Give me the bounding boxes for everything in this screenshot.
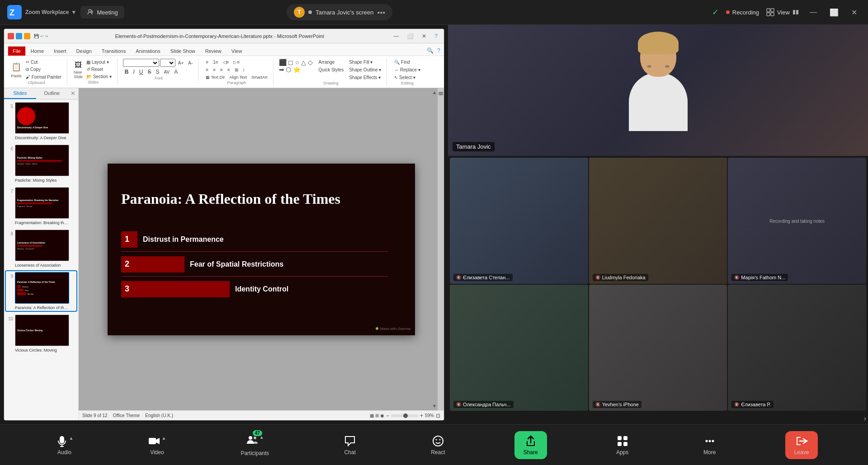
ribbon-tab-slideshow[interactable]: Slide Show [165, 46, 200, 56]
leave-button[interactable]: Leave [785, 431, 818, 459]
video-cell-4: 🔇 Олександра Пальч... [450, 285, 588, 411]
react-button[interactable]: React [425, 431, 450, 459]
vertical-scrollbar[interactable] [438, 88, 444, 410]
audio-arrow[interactable]: ▲ [69, 436, 74, 441]
quick-styles-button[interactable]: Quick Styles [317, 66, 346, 73]
shape-fill-button[interactable]: Shape Fill ▾ [347, 59, 383, 66]
font-family-select[interactable] [123, 59, 159, 67]
chat-button[interactable]: Chat [338, 431, 362, 459]
ribbon-tab-home[interactable]: Home [26, 46, 49, 56]
section-button[interactable]: 📂 Section ▾ [85, 73, 113, 80]
line-spacing-button[interactable]: ↕ [241, 66, 247, 73]
shadow-button[interactable]: S [154, 68, 161, 76]
slide-info: Slide 9 of 12 [82, 413, 108, 418]
find-button[interactable]: 🔍 Find [392, 59, 422, 66]
copy-button[interactable]: ⧉ Copy [24, 66, 63, 73]
slide-num-bar-2: 2 [121, 256, 184, 272]
zoom-slider[interactable] [391, 414, 418, 417]
thumb-bar-7 [17, 202, 52, 204]
ppt-minimize-button[interactable]: — [391, 32, 401, 40]
reset-button[interactable]: ↺ Reset [85, 66, 113, 73]
zoom-thumb[interactable] [403, 413, 408, 418]
ribbon-tab-animations[interactable]: Animations [131, 46, 165, 56]
options-icon[interactable]: ●●● [377, 10, 385, 15]
slide-thumb-8[interactable]: 8 Looseness of Association Random · Conn… [6, 229, 76, 268]
underline-button[interactable]: U [137, 68, 145, 76]
zoom-out-button[interactable]: − [386, 413, 389, 419]
ppt-help-button[interactable]: ? [432, 32, 440, 40]
zoom-logo: Z Zoom Workplace ▾ [7, 5, 75, 19]
slides-tab[interactable]: Slides [4, 88, 36, 99]
audio-button[interactable]: ▲ Audio [50, 431, 79, 459]
fit-button[interactable]: ⊡ [436, 413, 440, 419]
shape-effects-button[interactable]: Shape Effects ▾ [347, 74, 383, 81]
char-spacing-button[interactable]: AV [162, 68, 172, 76]
layout-button[interactable]: ▦ Layout ▾ [85, 59, 113, 66]
meeting-button[interactable]: Meeting [80, 6, 124, 19]
font-shrink-button[interactable]: A- [186, 60, 194, 66]
text-direction-button[interactable]: ▦ Text Dir [204, 74, 226, 80]
thumb-title-8: Looseness of Association [17, 241, 45, 244]
divider-1 [121, 251, 388, 252]
increase-indent-button[interactable]: ▷≡ [231, 59, 241, 66]
slide-thumb-7[interactable]: 7 Fragmentation: Breaking the Narrative … [6, 186, 76, 226]
scroll-up-button[interactable]: ▲ [432, 90, 437, 95]
slide-watermark: Made with Gamma [376, 327, 410, 331]
vcell-mic-icon-5: 🔇 [595, 402, 600, 407]
select-button[interactable]: ↖ Select ▾ [392, 74, 422, 81]
font-color-button[interactable]: A [172, 68, 179, 76]
ribbon-tab-view[interactable]: View [226, 46, 247, 56]
slide-thumb-5[interactable]: 5 Discontinuity: A Deeper Dive Discontin… [6, 101, 76, 141]
slide-panel-close[interactable]: ✕ [68, 88, 78, 99]
outline-tab[interactable]: Outline [36, 88, 68, 99]
video-arrow[interactable]: ▲ [161, 436, 166, 441]
close-button[interactable]: ✕ [848, 6, 861, 19]
ribbon-tab-design[interactable]: Design [71, 46, 97, 56]
italic-button[interactable]: I [132, 68, 137, 76]
columns-button[interactable]: ⊞ [233, 66, 240, 73]
minimize-button[interactable]: — [806, 6, 821, 18]
ppt-restore-button[interactable]: ⬜ [404, 32, 416, 40]
more-button[interactable]: More [698, 431, 722, 459]
scroll-thumb[interactable] [439, 92, 443, 95]
bold-button[interactable]: B [123, 68, 131, 76]
paste-button[interactable]: 📋 [9, 61, 23, 73]
replace-button[interactable]: ↔ Replace ▾ [392, 66, 422, 73]
scroll-down-button[interactable]: ▼ [432, 404, 437, 409]
video-button[interactable]: ▲ Video [142, 431, 171, 459]
share-button[interactable]: Share [514, 431, 547, 459]
slide-thumb-9[interactable]: 9 Paranoia: A Reflection of the Times Di… [6, 271, 76, 311]
apps-button[interactable]: Apps [611, 431, 634, 459]
convert-smartart-button[interactable]: SmartArt [250, 74, 269, 80]
arrange-button[interactable]: Arrange [317, 59, 346, 66]
align-left-button[interactable]: ≡ [204, 66, 210, 73]
numbering-button[interactable]: 1≡ [211, 59, 220, 66]
thumb-text-6: Imitation · Fusion · Blend [17, 163, 37, 165]
participants-button[interactable]: 47 ▲ Participants [235, 430, 274, 460]
slide-thumb-6[interactable]: 6 Pastiche: Mixing Styles Imitation · Fu… [6, 144, 76, 183]
font-grow-button[interactable]: A+ [176, 60, 186, 66]
ribbon-tab-review[interactable]: Review [200, 46, 226, 56]
strikethrough-button[interactable]: S [146, 68, 153, 76]
justify-button[interactable]: ≡ [226, 66, 232, 73]
ribbon-tab-transitions[interactable]: Transitions [97, 46, 131, 56]
decrease-indent-button[interactable]: ◁≡ [221, 59, 231, 66]
slide-thumb-10[interactable]: 10 Vicious Circles: Moving Vicious Circl… [6, 314, 76, 353]
view-button[interactable]: View [766, 8, 799, 16]
maximize-button[interactable]: ⬜ [826, 6, 842, 19]
scroll-right-icon[interactable]: › [864, 414, 866, 423]
zoom-in-button[interactable]: + [420, 413, 423, 419]
align-center-button[interactable]: ≡ [211, 66, 217, 73]
format-painter-button[interactable]: 🖌 Format Painter [24, 74, 63, 80]
ppt-close-button[interactable]: ✕ [419, 32, 429, 40]
dropdown-icon[interactable]: ▾ [72, 9, 75, 15]
font-size-select[interactable] [160, 59, 175, 67]
align-right-button[interactable]: ≡ [218, 66, 225, 73]
ribbon-tab-file[interactable]: File [8, 46, 26, 56]
cut-button[interactable]: ✂ Cut [24, 59, 63, 66]
bullets-button[interactable]: ≡ [204, 59, 210, 66]
new-slide-button[interactable]: 🖼 [73, 60, 84, 70]
ribbon-tab-insert[interactable]: Insert [49, 46, 71, 56]
align-text-button[interactable]: Align Text [227, 74, 249, 80]
shape-outline-button[interactable]: Shape Outline ▾ [347, 66, 383, 73]
